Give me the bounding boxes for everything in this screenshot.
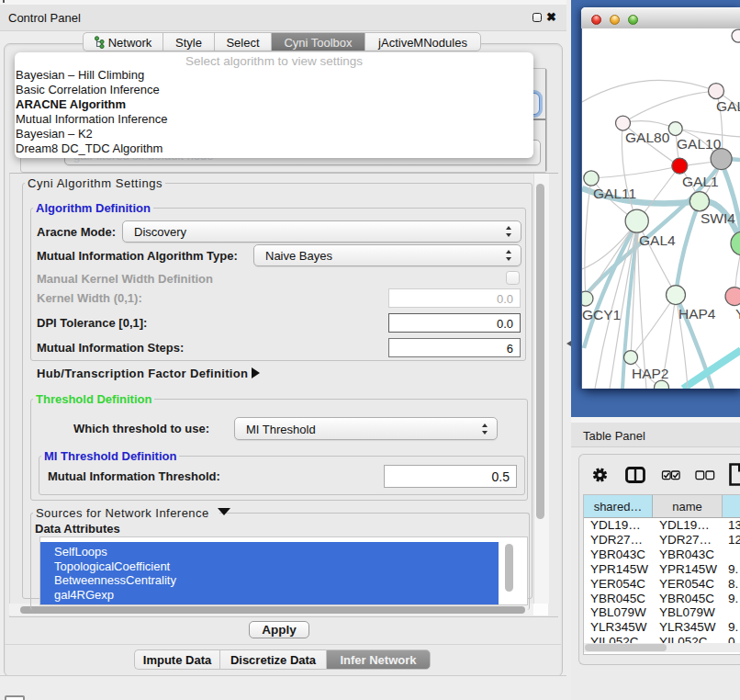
svg-text:GAL2: GAL2 [716, 98, 740, 114]
svg-text:GAL4: GAL4 [639, 232, 676, 248]
svg-text:GAL1: GAL1 [682, 174, 719, 189]
svg-text:GAL11: GAL11 [593, 186, 636, 201]
svg-text:HAP4: HAP4 [678, 306, 716, 322]
svg-text:GAL80: GAL80 [625, 130, 670, 145]
svg-text:SWI4: SWI4 [701, 210, 735, 226]
svg-text:GAL10: GAL10 [677, 136, 722, 152]
svg-text:HAP2: HAP2 [632, 366, 669, 381]
svg-text:GCY1: GCY1 [582, 307, 621, 322]
svg-text:Y: Y [735, 306, 740, 322]
